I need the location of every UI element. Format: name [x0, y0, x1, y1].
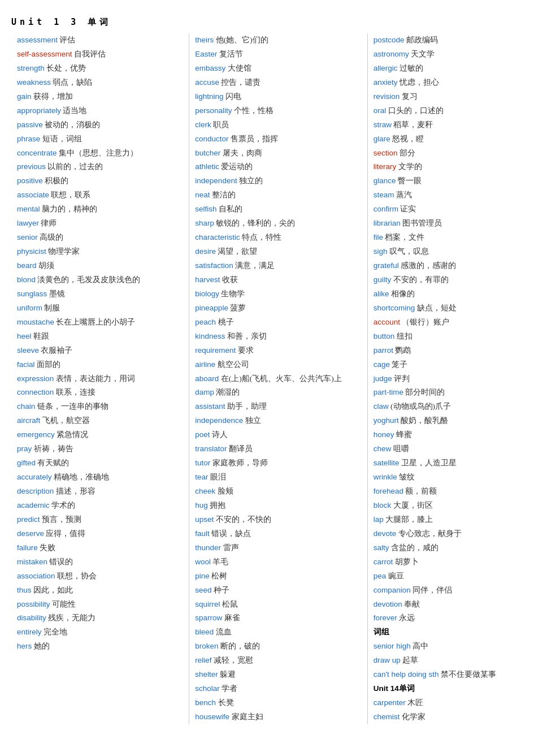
english-word: expression	[17, 374, 54, 383]
chinese-definition: 物理学家	[46, 247, 80, 256]
english-word: clerk	[195, 120, 211, 129]
english-word: lawyer	[17, 219, 39, 227]
list-item: embassy 大使馆	[195, 62, 361, 75]
english-word: oral	[374, 106, 387, 115]
chinese-definition: 胡萝卜	[393, 558, 418, 566]
list-item: lightning 闪电	[195, 90, 361, 103]
list-item: carrot 胡萝卜	[374, 555, 534, 569]
english-word: housewife	[195, 712, 229, 721]
chinese-definition: 她的	[32, 642, 49, 650]
chinese-definition: 独立	[243, 416, 261, 425]
english-word: failure	[17, 543, 38, 552]
english-word: astronomy	[374, 50, 409, 58]
list-item: button 纽扣	[374, 330, 534, 343]
list-item: disability 残疾，无能力	[17, 611, 183, 625]
english-word: straw	[374, 120, 392, 129]
english-word: passive	[17, 120, 43, 129]
english-word: independence	[195, 416, 243, 425]
chinese-definition: 闪电	[224, 92, 241, 101]
english-word: honey	[374, 430, 394, 439]
english-word: weakness	[17, 78, 51, 87]
list-item: neat 整洁的	[195, 188, 361, 202]
chinese-definition: 收获	[220, 275, 238, 284]
section-header: Unit 14单词	[374, 684, 415, 693]
list-item: Unit 14单词	[374, 682, 534, 695]
english-word: allergic	[374, 64, 398, 72]
english-word: lap	[374, 515, 384, 524]
list-item: revision 复习	[374, 90, 534, 103]
list-item: entirely 完全地	[17, 625, 183, 639]
list-item: steam 蒸汽	[374, 188, 534, 202]
unit-title: Unit 1 3 单词	[11, 17, 534, 28]
chinese-definition: 鞋跟	[32, 332, 49, 340]
chinese-definition: 化学家	[400, 712, 425, 721]
english-word: glare	[374, 135, 390, 143]
english-word: button	[374, 332, 395, 340]
english-word: glance	[374, 176, 396, 185]
list-item: clerk 职员	[195, 118, 361, 132]
english-word: gifted	[17, 459, 36, 467]
english-word: steam	[374, 191, 394, 199]
list-item: bleed 流血	[195, 625, 361, 639]
english-word: previous	[17, 162, 46, 171]
english-word: kindness	[195, 332, 225, 340]
list-item: cage 笼子	[374, 358, 534, 371]
chinese-definition: 职员	[211, 120, 229, 129]
english-word: peach	[195, 318, 216, 326]
list-item: literary 文学的	[374, 160, 534, 174]
english-word: part-time	[374, 388, 403, 396]
list-item: senior high 高中	[374, 640, 534, 653]
list-item: squirrel 松鼠	[195, 598, 361, 611]
list-item: association 联想，协会	[17, 569, 183, 583]
english-word: physicist	[17, 247, 46, 256]
chinese-definition: 纽扣	[394, 332, 412, 340]
list-item: pea 豌豆	[374, 569, 534, 583]
english-word: disability	[17, 614, 46, 622]
list-item: wrinkle 皱纹	[374, 470, 534, 484]
chinese-definition: 酸奶，酸乳酪	[399, 416, 448, 425]
chinese-definition: 助手，助理	[225, 402, 267, 411]
chinese-definition: 大使馆	[225, 64, 251, 72]
english-word: associate	[17, 191, 49, 199]
chinese-definition: 评判	[392, 374, 410, 383]
list-item: parrot 鹦鹉	[374, 344, 534, 357]
english-word: block	[374, 501, 392, 509]
list-item: requirement 要求	[195, 344, 361, 357]
english-word: uniform	[17, 304, 42, 312]
list-item: wool 羊毛	[195, 555, 361, 569]
english-word: biology	[195, 290, 219, 298]
chinese-definition: 部分	[397, 149, 415, 157]
english-word: connection	[17, 388, 54, 396]
list-item: athletic 爱运动的	[195, 160, 361, 174]
chinese-definition: 木匠	[406, 698, 423, 707]
english-word: shelter	[195, 670, 218, 679]
list-item: chain 链条，一连串的事物	[17, 400, 183, 413]
english-word: wool	[195, 558, 211, 566]
list-item: tutor 家庭教师，导师	[195, 456, 361, 470]
list-item: appropriately 适当地	[17, 104, 183, 118]
english-word: revision	[374, 92, 400, 101]
english-word: description	[17, 487, 54, 495]
chinese-definition: 有天赋的	[36, 459, 69, 467]
list-item: forever 永远	[374, 611, 534, 625]
chinese-definition: 胡须	[37, 261, 54, 270]
list-item: accurately 精确地，准确地	[17, 470, 183, 484]
english-word: pea	[374, 572, 387, 580]
column-2: postcode 邮政编码astronomy 天文学allergic 过敏的an…	[368, 33, 534, 724]
list-item: pray 祈祷，祷告	[17, 442, 183, 456]
english-word: harvest	[195, 275, 220, 284]
english-word: academic	[17, 501, 50, 509]
english-word: butcher	[195, 149, 220, 157]
list-item: assessment 评估	[17, 33, 183, 47]
column-0: assessment 评估self-assessment 自我评估strengt…	[11, 33, 189, 724]
list-item: facial 面部的	[17, 358, 183, 371]
list-item: librarian 图书管理员	[374, 217, 534, 230]
english-word: carrot	[374, 558, 393, 566]
english-word: chemist	[374, 712, 400, 721]
english-word: strength	[17, 64, 45, 72]
list-item: connection 联系，连接	[17, 386, 183, 399]
list-item: block 大厦，街区	[374, 499, 534, 512]
english-word: characteristic	[195, 233, 240, 241]
list-item: positive 积极的	[17, 174, 183, 188]
english-word: neat	[195, 191, 210, 199]
